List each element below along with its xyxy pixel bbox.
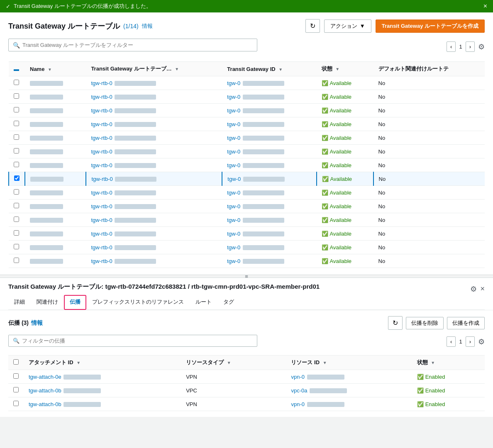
create-propagation-button[interactable]: 伝播を作成 [447,317,485,329]
attach-id-link[interactable]: tgw-attach-0e [29,374,61,380]
rtb-link[interactable]: tgw-rtb-0 [91,80,112,86]
rtb-blur [115,177,156,182]
row-checkbox[interactable] [14,93,19,99]
row-checkbox[interactable] [14,175,20,181]
rtb-blur [115,122,156,127]
rtb-link[interactable]: tgw-rtb-0 [91,135,112,141]
table-settings-icon[interactable]: ⚙ [478,42,485,51]
prop-row-checkbox[interactable] [13,387,19,392]
tgw-link[interactable]: tgw-0 [227,176,241,182]
attach-blur [63,388,101,393]
propagations-title-text: 伝播 (3) [8,319,29,327]
propagations-next-page-button[interactable]: › [466,336,475,347]
rtb-link[interactable]: tgw-rtb-0 [91,203,112,209]
propagations-filter-input[interactable] [20,335,253,346]
resource-id-link[interactable]: vpn-0 [291,401,305,407]
tgw-link[interactable]: tgw-0 [227,203,240,209]
propagations-refresh-button[interactable]: ↻ [388,316,403,330]
default-assoc-cell: No [373,104,485,117]
tab-tags[interactable]: タグ [217,295,240,310]
tgw-link[interactable]: tgw-0 [227,149,240,155]
row-checkbox[interactable] [14,244,19,249]
tab-propagations[interactable]: 伝播 [64,295,86,310]
tab-associations[interactable]: 関連付け [31,295,64,310]
rtb-link[interactable]: tgw-rtb-0 [91,258,112,264]
row-checkbox[interactable] [14,217,19,222]
delete-propagation-button[interactable]: 伝播を削除 [406,317,444,329]
tgw-link[interactable]: tgw-0 [227,231,240,237]
record-count: (1/14) [123,23,139,29]
rtb-link[interactable]: tgw-rtb-0 [91,176,112,182]
row-checkbox[interactable] [14,134,19,140]
tgw-link[interactable]: tgw-0 [227,162,240,168]
resource-id-link[interactable]: vpn-0 [291,374,305,380]
create-route-table-button[interactable]: Transit Gateway ルートテーブルを作成 [376,19,485,33]
resource-id-link[interactable]: vpc-0a [291,387,307,394]
resize-handle[interactable]: ≡ [0,275,493,278]
propagations-pagination: ‹ 1 › ⚙ [447,336,485,347]
rtb-blur [115,190,156,195]
tgw-link[interactable]: tgw-0 [227,80,240,86]
rtb-sort-icon: ▼ [175,67,179,71]
panel-settings-button[interactable]: ⚙ [470,285,477,294]
rtb-link[interactable]: tgw-rtb-0 [91,231,112,237]
prop-row-checkbox[interactable] [13,373,19,379]
table-row: tgw-rtb-0 tgw-0 ✅ Available No [9,213,485,227]
propagations-info-link[interactable]: 情報 [31,319,43,327]
row-checkbox[interactable] [14,189,19,195]
rtb-link[interactable]: tgw-rtb-0 [91,121,112,127]
table-row: tgw-rtb-0 tgw-0 ✅ Available No [9,158,485,172]
rtb-link[interactable]: tgw-rtb-0 [91,94,112,100]
tgw-link[interactable]: tgw-0 [227,107,240,114]
rtb-link[interactable]: tgw-rtb-0 [91,107,112,114]
tgw-blur [243,108,284,113]
tgw-link[interactable]: tgw-0 [227,244,240,251]
row-checkbox[interactable] [14,203,19,208]
rtb-link[interactable]: tgw-rtb-0 [91,244,112,251]
tgw-link[interactable]: tgw-0 [227,121,240,127]
propagations-settings-icon[interactable]: ⚙ [478,337,485,346]
table-row: tgw-rtb-0 tgw-0 ✅ Available No [9,131,485,145]
row-checkbox[interactable] [14,80,19,85]
tab-prefix-refs[interactable]: プレフィックスリストのリファレンス [86,295,190,310]
table-row: tgw-rtb-0 tgw-0 ✅ Available No [9,200,485,213]
tgw-link[interactable]: tgw-0 [227,135,240,141]
prop-row-checkbox[interactable] [13,401,19,406]
tgw-link[interactable]: tgw-0 [227,217,240,223]
next-page-button[interactable]: › [466,41,475,52]
table-row: tgw-rtb-0 tgw-0 ✅ Available No [9,254,485,268]
rtb-link[interactable]: tgw-rtb-0 [91,217,112,223]
prop-state-column-header: 状態 ▼ [412,355,485,370]
tab-details[interactable]: 詳細 [8,295,31,310]
prev-page-button[interactable]: ‹ [447,41,456,52]
propagation-row: tgw-attach-0e VPN vpn-0 ✅ Enabled [8,370,485,384]
propagations-prev-page-button[interactable]: ‹ [447,336,456,347]
attach-id-link[interactable]: tgw-attach-0b [29,387,61,394]
row-checkbox[interactable] [14,230,19,236]
row-checkbox[interactable] [14,258,19,263]
row-checkbox[interactable] [14,107,19,112]
rtb-link[interactable]: tgw-rtb-0 [91,190,112,196]
refresh-button[interactable]: ↻ [305,19,320,33]
filter-input[interactable] [20,39,253,51]
check-circle-icon: ✅ [322,121,328,127]
prop-select-all-checkbox[interactable] [13,359,19,365]
attach-id-link[interactable]: tgw-attach-0b [29,401,61,407]
rtb-link[interactable]: tgw-rtb-0 [91,162,112,168]
row-checkbox[interactable] [14,162,19,167]
tgw-blur [243,122,284,127]
top-section: Transit Gateway ルートテーブル (1/14) 情報 ↻ アクショ… [0,12,493,275]
close-panel-button[interactable]: × [480,285,485,294]
tgw-link[interactable]: tgw-0 [227,94,240,100]
select-all-checkbox[interactable]: ▬ [14,66,19,72]
tgw-link[interactable]: tgw-0 [227,258,240,264]
rtb-link[interactable]: tgw-rtb-0 [91,149,112,155]
row-checkbox[interactable] [14,121,19,126]
name-column-header: Name ▼ [25,62,86,76]
row-checkbox[interactable] [14,148,19,153]
info-link[interactable]: 情報 [142,22,153,30]
tgw-link[interactable]: tgw-0 [227,190,240,196]
action-dropdown-button[interactable]: アクション ▼ [324,19,371,33]
banner-close-button[interactable]: × [483,2,487,10]
tab-routes[interactable]: ルート [190,295,217,310]
